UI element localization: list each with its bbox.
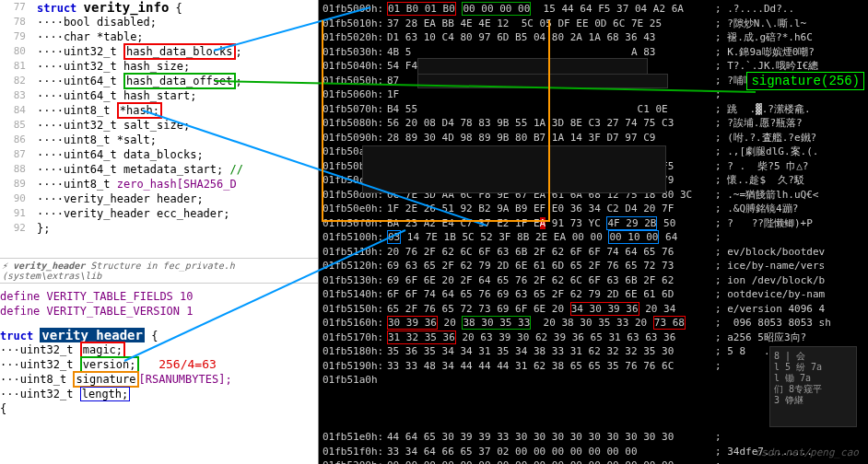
hex-row[interactable]: 01fb5030h:4B 5 A 83; K.錦9a嘭嫔煙0嘲?	[323, 45, 864, 60]
popup-overlay: 8 | 会l 5 纷 7al 锄 7a们 8专窥平3 铮継	[769, 346, 857, 427]
hex-row[interactable]: 01fb51e0h:44 64 65 30 39 39 33 30 30 30 …	[323, 430, 864, 445]
hex-row[interactable]: 01fb5020h:D1 63 10 C4 80 97 6D B5 04 80 …	[323, 30, 864, 45]
hex-row[interactable]: 01fb50e0h:1F 2E 26 51 92 B2 9A B9 EF E0 …	[323, 202, 864, 216]
hex-row[interactable]: 01fb5200h:00 00 00 00 00 00 00 00 00 00 …	[323, 458, 864, 464]
hex-row[interactable]: 01fb5160h:30 39 36 20 38 30 35 33 20 38 …	[323, 316, 864, 331]
hex-row[interactable]: 01fb5000h:01 B0 01 B0 00 00 00 00 15 44 …	[323, 2, 864, 17]
source-code[interactable]: struct verity_info { ····bool disabled; …	[37, 0, 243, 236]
hex-row[interactable]: 01fb5010h:37 28 EA BB 4E 4E 12 5C 05 DF …	[323, 17, 864, 31]
source-code-panel: 77787980 81828384 85868788 89909192 stru…	[0, 0, 319, 464]
hash-data-blocks-box: hash_data_blocks	[123, 43, 236, 60]
annotation-256: 256/4=63	[158, 357, 217, 371]
hex-row[interactable]: 01fb5120h:69 63 65 2F 62 79 2D 6E 61 6D …	[323, 259, 864, 273]
struct-description: ⚡ verity_header Structure in fec_private…	[0, 258, 318, 284]
hash-data-offset-box: hash_data_offset	[123, 73, 236, 89]
hex-row[interactable]: 01fb5090h:28 89 30 4D 98 89 9B 80 B7 1A …	[323, 131, 864, 145]
hex-row[interactable]: 01fb5130h:69 6F 6E 20 2F 64 65 76 2F 62 …	[323, 273, 864, 288]
hex-row[interactable]: 01fb5110h:20 76 2F 62 6C 6F 63 6B 2F 62 …	[323, 245, 864, 260]
signature-label: signature(256)	[746, 72, 864, 90]
line-gutter: 77787980 81828384 85868788 89909192	[0, 0, 31, 236]
hex-row[interactable]: 01fb5100h:03 14 7E 1B 5C 52 3F 8B 2E EA …	[323, 230, 864, 245]
hex-row[interactable]: 01fb5080h:56 20 08 D4 78 83 9B 55 1A 3D …	[323, 116, 864, 131]
signature-box: signature	[73, 371, 138, 388]
define-1: define VERITY_TABLE_FIELDS 10	[0, 289, 318, 304]
hash-ptr-box: *hash;	[117, 102, 162, 119]
hex-row[interactable]: 01fb5070h:B4 55 C1 0E; 跳 .▓.?潆楼龕.	[323, 102, 864, 117]
hex-row[interactable]: 01fb50f0h:BA 23 A2 E4 C7 37 E2 1F EA 91 …	[323, 216, 864, 231]
hex-row[interactable]: 01fb5170h:31 32 35 36 20 63 39 30 62 39 …	[323, 331, 864, 345]
watermark: csdn.net/peng_cao	[755, 447, 859, 458]
verity-header-name: verity_header	[40, 328, 145, 342]
length-box: length;	[80, 387, 131, 401]
hex-row[interactable]: 01fb5150h:65 2F 76 65 72 73 69 6F 6E 20 …	[323, 302, 864, 317]
define-2: define VERITY_TABLE_VERSION 1	[0, 304, 318, 319]
hex-row[interactable]: 01fb5140h:6F 6F 74 64 65 76 69 63 65 2F …	[323, 287, 864, 302]
